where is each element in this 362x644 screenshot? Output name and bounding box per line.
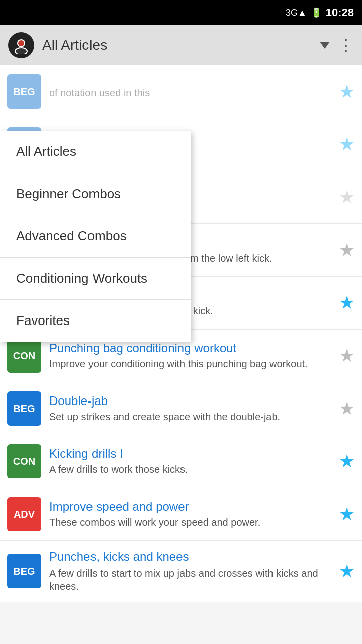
article-content: Double-jab Set up strikes and create spa… [49,394,334,424]
dropdown-item-conditioning-workouts[interactable]: Conditioning Workouts [0,258,191,300]
app-bar: All Articles ⋮ [0,25,362,65]
svg-point-3 [16,48,27,54]
svg-point-2 [18,40,24,46]
star-icon[interactable]: ★ [339,134,355,155]
star-icon[interactable]: ★ [339,398,355,419]
star-icon[interactable]: ★ [339,81,355,102]
star-icon[interactable]: ★ [339,239,355,261]
article-desc: These combos will work your speed and po… [49,516,334,529]
star-icon[interactable]: ★ [339,560,355,582]
badge-beg: BEG [7,391,41,426]
dropdown-item-favorites[interactable]: Favorites [0,300,191,342]
dropdown-menu: All Articles Beginner Combos Advanced Co… [0,131,191,342]
battery-icon: 🔋 [311,7,322,18]
article-title: Punching bag conditioning workout [49,341,334,356]
star-icon[interactable]: ★ [339,292,355,313]
badge-con: CON [7,339,41,373]
article-desc: A few drills to work those kicks. [49,463,334,476]
article-content: Punches, kicks and knees A few drills to… [49,550,334,593]
article-content: of notation used in this [49,84,334,99]
article-desc: Set up strikes and create space with the… [49,410,334,423]
article-title: Improve speed and power [49,500,334,514]
status-bar: 3G▲ 🔋 10:28 [0,0,362,25]
list-item[interactable]: BEG of notation used in this ★ [0,65,362,118]
star-icon[interactable]: ★ [339,345,355,366]
more-options-icon[interactable]: ⋮ [338,36,354,55]
article-desc: A few drills to start to mix up jabs and… [49,567,334,593]
article-desc: of notation used in this [49,86,334,99]
star-icon[interactable]: ★ [339,451,355,472]
dropdown-item-all-articles[interactable]: All Articles [0,131,191,173]
article-title: Punches, kicks and knees [49,550,334,565]
article-title: Kicking drills I [49,447,334,461]
badge-con: CON [7,444,41,478]
star-icon[interactable]: ★ [339,504,355,525]
signal-icon: 3G▲ [286,8,307,18]
badge-adv: ADV [7,497,41,531]
badge-beg: BEG [7,554,41,588]
dropdown-arrow-icon[interactable] [320,42,330,49]
star-icon[interactable]: ★ [339,187,355,208]
article-content: Improve speed and power These combos wil… [49,500,334,529]
list-item[interactable]: BEG Double-jab Set up strikes and create… [0,382,362,435]
app-avatar [8,32,34,58]
article-content: Punching bag conditioning workout Improv… [49,341,334,371]
app-bar-title[interactable]: All Articles [42,37,318,53]
list-item[interactable]: ADV Improve speed and power These combos… [0,488,362,541]
status-time: 10:28 [326,6,354,19]
dropdown-item-beginner-combos[interactable]: Beginner Combos [0,173,191,215]
dropdown-item-advanced-combos[interactable]: Advanced Combos [0,215,191,258]
list-item[interactable]: CON Kicking drills I A few drills to wor… [0,435,362,488]
article-desc: Improve your conditioning with this punc… [49,357,334,370]
badge-beg: BEG [7,74,41,109]
article-content: Kicking drills I A few drills to work th… [49,447,334,476]
list-item[interactable]: BEG Punches, kicks and knees A few drill… [0,541,362,602]
article-title: Double-jab [49,394,334,409]
